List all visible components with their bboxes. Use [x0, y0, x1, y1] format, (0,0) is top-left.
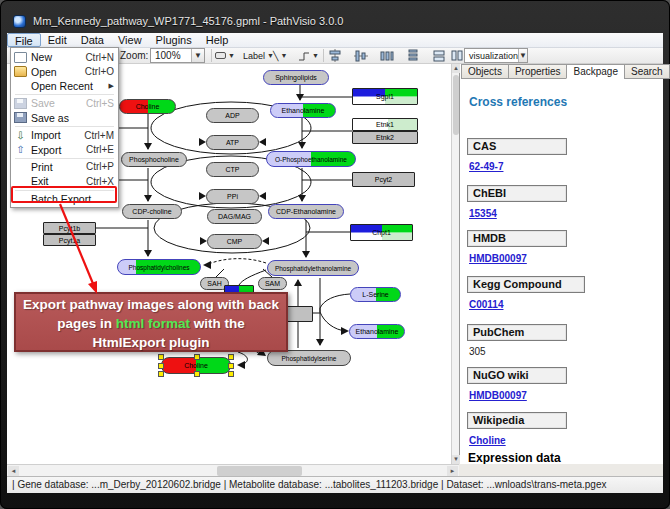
node-phosphatidylserine[interactable]: Phosphatidylserine [267, 350, 351, 366]
gene-etnk2[interactable]: Etnk2 [352, 131, 418, 144]
node-ethanolamine-2[interactable]: Ethanolamine [349, 324, 405, 339]
horizontal-scroll-thumb[interactable] [217, 466, 302, 476]
new-element-button[interactable]: ▼ [212, 48, 238, 63]
selection-handle[interactable] [158, 363, 164, 369]
connector-tool-button[interactable]: ▼ [295, 48, 322, 63]
scroll-up-icon[interactable]: ▲ [452, 64, 460, 73]
node-dag-mag[interactable]: DAG/MAG [207, 209, 262, 224]
common-width-icon [432, 49, 446, 62]
node-label: ATP [226, 139, 239, 146]
gene-chpt1[interactable]: Chpt1 [350, 224, 413, 241]
node-phosphatidylcholines[interactable]: Phosphatidylcholines [117, 259, 201, 275]
menu-edit[interactable]: Edit [41, 33, 74, 47]
menu-item-save-as[interactable]: Save as [11, 111, 118, 125]
chevron-down-icon[interactable]: ▼ [518, 49, 527, 62]
visualization-combobox[interactable]: visualization ▼ [464, 48, 528, 63]
distribute-vertical-button[interactable] [403, 48, 423, 63]
node-label: Phosphatidylethanolamine [275, 265, 351, 272]
common-height-icon [450, 49, 464, 62]
tab-backpage[interactable]: Backpage [566, 64, 624, 79]
selection-handle[interactable] [158, 371, 164, 377]
line-tool-button[interactable]: ╲▼ [270, 48, 290, 63]
expression-data-heading: Expression data [468, 451, 561, 464]
node-choline-selected[interactable]: Choline [161, 357, 231, 374]
new-document-icon [14, 52, 27, 63]
gene-pcyt1a[interactable]: Pcyt1a [43, 234, 96, 246]
zoom-combobox[interactable]: 100% ▼ [150, 48, 205, 63]
menu-item-open-recent[interactable]: Open Recent ▶ [11, 79, 118, 93]
node-o-phosphoethanolamine[interactable]: O-Phosphoethanolamine [266, 151, 356, 167]
gene-sgpl1[interactable]: Sgpl1 [352, 88, 418, 105]
menu-help[interactable]: Help [199, 33, 236, 47]
align-center-x-button[interactable] [325, 48, 345, 63]
link-nugo[interactable]: HMDB00097 [469, 390, 527, 401]
selection-handle[interactable] [228, 363, 234, 369]
node-sphingolipids[interactable]: Sphingolipids [263, 70, 329, 85]
link-kegg[interactable]: C00114 [469, 299, 503, 310]
title-bar[interactable]: Mm_Kennedy_pathway_WP1771_45176.gpml - P… [7, 9, 663, 33]
menu-item-new[interactable]: New Ctrl+N [11, 50, 118, 64]
distribute-horizontal-icon [380, 49, 394, 62]
selection-handle[interactable] [194, 354, 200, 360]
gene-pcyt2[interactable]: Pcyt2 [352, 172, 415, 187]
save-as-icon [14, 112, 27, 123]
gene-pcyt1b[interactable]: Pcyt1b [43, 222, 96, 234]
menu-bar: File Edit Data View Plugins Help [7, 33, 663, 48]
selection-handle[interactable] [228, 371, 234, 377]
tab-properties[interactable]: Properties [508, 64, 568, 79]
node-label: Ethanolamine [356, 328, 399, 335]
scroll-down-icon[interactable]: ▼ [452, 455, 460, 464]
align-center-y-button[interactable] [351, 48, 371, 63]
node-cdp-choline[interactable]: CDP-choline [122, 204, 182, 219]
selection-handle[interactable] [228, 354, 234, 360]
node-ethanolamine-top[interactable]: Ethanolamine [270, 103, 336, 118]
node-atp[interactable]: ATP [206, 135, 259, 150]
section-header-cas: CAS [467, 138, 567, 155]
open-folder-icon [14, 66, 27, 77]
link-wikipedia[interactable]: Choline [469, 435, 506, 446]
node-label: Ethanolamine [282, 107, 325, 114]
node-adp[interactable]: ADP [206, 108, 259, 123]
menu-item-open[interactable]: Open Ctrl+O [11, 64, 118, 78]
node-choline-top[interactable]: Choline [119, 99, 176, 114]
node-phosphocholine[interactable]: Phosphocholine [121, 152, 187, 167]
link-chebi[interactable]: 15354 [469, 208, 497, 219]
tab-objects[interactable]: Objects [461, 64, 509, 79]
side-panel-tabs: Objects Properties Backpage Search Legen… [461, 64, 670, 79]
vertical-scrollbar[interactable]: ▲ ▼ [451, 64, 459, 464]
node-label: CTP [226, 166, 240, 173]
gene-etnk1[interactable]: Etnk1 [352, 118, 418, 131]
chevron-down-icon[interactable]: ▼ [191, 49, 204, 62]
node-cdp-ethanolamine[interactable]: CDP-Ethanolamine [268, 204, 344, 219]
selection-handle[interactable] [158, 354, 164, 360]
menu-item-save[interactable]: Save Ctrl+S [11, 96, 118, 110]
pathvisio-window: Mm_Kennedy_pathway_WP1771_45176.gpml - P… [0, 0, 670, 509]
horizontal-scrollbar[interactable]: ◄ ► [7, 464, 459, 476]
link-cas[interactable]: 62-49-7 [469, 161, 503, 172]
vertical-scroll-thumb[interactable] [453, 75, 459, 135]
node-phosphatidylethanolamine[interactable]: Phosphatidylethanolamine [267, 260, 359, 276]
link-hmdb[interactable]: HMDB00097 [469, 253, 527, 264]
menu-file[interactable]: File [7, 33, 41, 47]
node-ctp[interactable]: CTP [206, 162, 259, 177]
file-menu-dropdown: New Ctrl+N Open Ctrl+O Open Recent ▶ Sav… [10, 47, 119, 208]
distribute-horizontal-button[interactable] [377, 48, 397, 63]
menu-data[interactable]: Data [74, 33, 111, 47]
menu-item-export[interactable]: ⇧ Export Ctrl+E [11, 142, 118, 156]
node-ppi[interactable]: PPi [206, 189, 259, 204]
menu-item-print[interactable]: Print Ctrl+P [11, 160, 118, 174]
common-width-button[interactable] [429, 48, 449, 63]
node-sam[interactable]: SAM [258, 277, 287, 290]
gene-box-partial[interactable] [287, 306, 313, 322]
scroll-left-icon[interactable]: ◄ [8, 466, 19, 476]
node-l-serine[interactable]: L-Serine [350, 287, 401, 302]
tab-search[interactable]: Search [624, 64, 670, 79]
node-cmp[interactable]: CMP [207, 234, 262, 249]
menu-item-import[interactable]: ⇩ Import Ctrl+M [11, 128, 118, 142]
gene-label: Sgpl1 [376, 93, 394, 100]
menu-plugins[interactable]: Plugins [149, 33, 199, 47]
menu-view[interactable]: View [111, 33, 149, 47]
callout-line3: HtmlExport plugin [16, 333, 286, 352]
selection-handle[interactable] [194, 371, 200, 377]
scroll-right-icon[interactable]: ► [447, 466, 458, 476]
